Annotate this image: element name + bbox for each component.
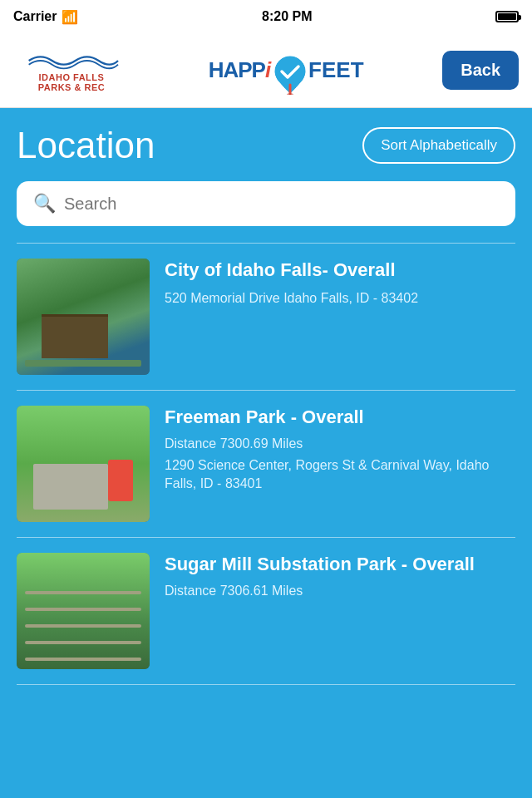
location-thumbnail: [17, 259, 150, 375]
happi-feet-logo: HAPPi FEET: [209, 55, 364, 86]
location-distance: Distance 7306.61 Miles: [165, 584, 515, 598]
carrier-label: Carrier: [13, 9, 57, 24]
list-item[interactable]: Sugar Mill Substation Park - Overall Dis…: [17, 538, 515, 685]
search-input[interactable]: [64, 195, 499, 214]
location-name: Sugar Mill Substation Park - Overall: [165, 553, 515, 577]
logo-area: IDAHO FALLS PARKS & REC: [13, 49, 130, 92]
logo-waves-icon: [22, 49, 121, 72]
carrier-area: Carrier 📶: [13, 9, 78, 25]
status-bar: Carrier 📶 8:20 PM: [0, 0, 532, 33]
time-display: 8:20 PM: [262, 9, 312, 24]
search-icon: 🔍: [33, 193, 56, 214]
park-image-1: [17, 259, 150, 375]
location-info: Sugar Mill Substation Park - Overall Dis…: [165, 553, 515, 603]
svg-point-1: [275, 57, 305, 86]
page-title: Location: [17, 125, 155, 166]
wifi-icon: 📶: [62, 9, 78, 25]
location-address: 1290 Science Center, Rogers St & Carniva…: [165, 456, 515, 494]
sort-alphabetically-button[interactable]: Sort Alphabetically: [362, 127, 515, 164]
main-content: Location Sort Alphabetically 🔍 City of I…: [0, 108, 532, 693]
happi-label: HAPPi: [209, 57, 270, 83]
location-distance: Distance 7300.69 Miles: [165, 436, 515, 451]
location-thumbnail: [17, 406, 150, 522]
battery-icon: [495, 11, 519, 22]
battery-area: [495, 11, 519, 22]
location-name: City of Idaho Falls- Overall: [165, 259, 515, 283]
location-info: City of Idaho Falls- Overall 520 Memoria…: [165, 259, 515, 308]
location-address: 520 Memorial Drive Idaho Falls, ID - 834…: [165, 289, 515, 308]
feet-label: FEET: [308, 57, 363, 83]
checkmark-pin-icon: [273, 55, 305, 86]
list-item[interactable]: City of Idaho Falls- Overall 520 Memoria…: [17, 244, 515, 391]
location-info: Freeman Park - Overall Distance 7300.69 …: [165, 406, 515, 493]
list-item[interactable]: Freeman Park - Overall Distance 7300.69 …: [17, 391, 515, 538]
location-name: Freeman Park - Overall: [165, 406, 515, 430]
app-header: IDAHO FALLS PARKS & REC HAPPi FEET Back: [0, 33, 532, 108]
location-header: Location Sort Alphabetically: [17, 125, 515, 166]
search-bar[interactable]: 🔍: [17, 181, 515, 226]
location-list: City of Idaho Falls- Overall 520 Memoria…: [17, 244, 515, 685]
park-image-2: [17, 406, 150, 522]
park-image-3: [17, 553, 150, 669]
logo-text: IDAHO FALLS PARKS & REC: [38, 72, 105, 92]
location-thumbnail: [17, 553, 150, 669]
back-button[interactable]: Back: [442, 51, 519, 90]
svg-point-2: [287, 93, 293, 95]
